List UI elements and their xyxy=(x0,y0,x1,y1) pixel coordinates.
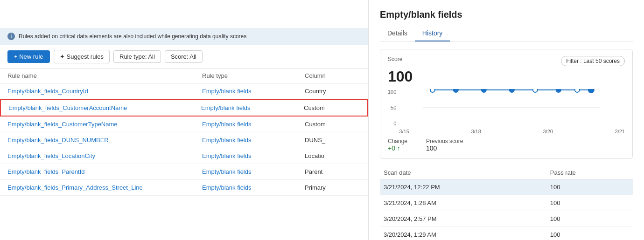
change-section: Change +0 ↑ xyxy=(388,138,407,152)
new-rule-button[interactable]: + New rule xyxy=(7,50,50,63)
svg-point-8 xyxy=(533,89,538,92)
rule-type-filter[interactable]: Rule type: All xyxy=(113,50,161,63)
rule-name-link[interactable]: Empty/blank_fields_CustomerTypeName xyxy=(7,121,202,128)
stats-row: Change +0 ↑ Previous score 100 xyxy=(388,138,625,152)
scan-date-cell: 3/20/2024, 1:29 AM xyxy=(380,227,546,240)
prev-score-section: Previous score 100 xyxy=(426,138,463,152)
rule-type-cell: Empty/blank fields xyxy=(201,104,304,111)
rule-type-cell: Empty/blank fields xyxy=(202,121,305,128)
rule-type-cell: Empty/blank fields xyxy=(202,88,305,95)
scan-date-header: Scan date xyxy=(380,166,546,179)
table-row[interactable]: Empty/blank_fields_CustomerAccountName E… xyxy=(0,99,368,117)
pass-rate-cell: 100 xyxy=(546,211,633,227)
filter-button[interactable]: Filter : Last 50 scores xyxy=(561,56,625,66)
svg-point-7 xyxy=(510,89,514,92)
column-cell: Custom xyxy=(305,121,361,128)
rule-name-link[interactable]: Empty/blank_fields_ParentId xyxy=(7,168,202,175)
svg-point-4 xyxy=(430,89,435,92)
rule-name-link[interactable]: Empty/blank_fields_DUNS_NUMBER xyxy=(7,137,202,144)
column-cell: Primary xyxy=(305,184,361,191)
rule-name-link[interactable]: Empty/blank_fields_Primary_Address_Stree… xyxy=(7,184,202,191)
rule-type-cell: Empty/blank fields xyxy=(202,168,305,175)
suggest-rules-button[interactable]: ✦ Suggest rules xyxy=(54,50,110,63)
x-label-318: 3/18 xyxy=(471,129,481,134)
scan-date-cell: 3/20/2024, 2:57 PM xyxy=(380,211,546,227)
rule-type-cell: Empty/blank fields xyxy=(202,152,305,159)
svg-point-9 xyxy=(556,89,561,92)
x-axis-labels: 3/15 3/18 3/20 3/21 xyxy=(399,129,625,134)
col-header-type: Rule type xyxy=(202,72,305,79)
table-row[interactable]: Empty/blank_fields_DUNS_NUMBER Empty/bla… xyxy=(0,132,368,148)
panel-title: Empty/blank fields xyxy=(380,9,633,20)
toolbar: + New rule ✦ Suggest rules Rule type: Al… xyxy=(0,45,368,69)
rule-type-cell: Empty/blank fields xyxy=(202,184,305,191)
prev-score-label: Previous score xyxy=(426,138,463,144)
suggest-label: Suggest rules xyxy=(67,53,104,60)
score-label: Score xyxy=(388,56,402,62)
history-table: Scan date Pass rate 3/21/2024, 12:22 PM … xyxy=(380,166,633,240)
y-label-0: 0 xyxy=(388,121,396,126)
rule-type-cell: Empty/blank fields xyxy=(202,137,305,144)
col-header-name: Rule name xyxy=(7,72,202,79)
history-row: 3/20/2024, 1:29 AM 100 xyxy=(380,227,633,240)
info-bar: i Rules added on critical data elements … xyxy=(0,28,368,45)
table-row[interactable]: Empty/blank_fields_CountryId Empty/blank… xyxy=(0,83,368,99)
table-body: Empty/blank_fields_CountryId Empty/blank… xyxy=(0,83,368,240)
rule-name-link[interactable]: Empty/blank_fields_CountryId xyxy=(7,88,202,95)
table-header: Rule name Rule type Column xyxy=(0,69,368,83)
chart-svg-container: 3/15 3/18 3/20 3/21 xyxy=(399,89,625,134)
line-chart xyxy=(399,89,625,126)
column-cell: DUNS_ xyxy=(305,137,361,144)
right-panel: Empty/blank fields DetailsHistory Score … xyxy=(369,0,644,240)
sparkle-icon: ✦ xyxy=(60,53,65,60)
chart-area: 100 50 0 xyxy=(388,89,625,134)
svg-point-6 xyxy=(482,89,486,92)
chart-container: Score Filter : Last 50 scores 100 100 50… xyxy=(380,49,633,159)
rule-name-link[interactable]: Empty/blank_fields_CustomerAccountName xyxy=(8,104,201,111)
svg-point-11 xyxy=(588,89,594,93)
pass-rate-cell: 100 xyxy=(546,179,633,195)
info-text: Rules added on critical data elements ar… xyxy=(19,33,246,40)
col-header-column: Column xyxy=(305,72,361,79)
history-row: 3/21/2024, 1:28 AM 100 xyxy=(380,195,633,211)
svg-point-10 xyxy=(575,89,580,92)
change-label: Change xyxy=(388,138,407,144)
history-row: 3/20/2024, 2:57 PM 100 xyxy=(380,211,633,227)
x-label-321: 3/21 xyxy=(615,129,625,134)
column-cell: Custom xyxy=(304,104,360,111)
info-icon: i xyxy=(7,33,15,40)
history-row: 3/21/2024, 12:22 PM 100 xyxy=(380,179,633,195)
table-row[interactable]: Empty/blank_fields_ParentId Empty/blank … xyxy=(0,164,368,180)
tabs: DetailsHistory xyxy=(380,26,633,41)
column-cell: Locatio xyxy=(305,152,361,159)
svg-point-5 xyxy=(454,89,458,92)
score-filter-row: Score Filter : Last 50 scores xyxy=(388,56,625,66)
scan-date-cell: 3/21/2024, 12:22 PM xyxy=(380,179,546,195)
pass-rate-header: Pass rate xyxy=(546,166,633,179)
pass-rate-cell: 100 xyxy=(546,227,633,240)
pass-rate-cell: 100 xyxy=(546,195,633,211)
score-value: 100 xyxy=(388,68,625,85)
y-label-100: 100 xyxy=(388,89,396,95)
column-cell: Country xyxy=(305,88,361,95)
column-cell: Parent xyxy=(305,168,361,175)
score-filter[interactable]: Score: All xyxy=(165,50,203,63)
table-row[interactable]: Empty/blank_fields_CustomerTypeName Empt… xyxy=(0,117,368,132)
rule-name-link[interactable]: Empty/blank_fields_LocationCity xyxy=(7,152,202,159)
x-label-315: 3/15 xyxy=(399,129,409,134)
table-row[interactable]: Empty/blank_fields_Primary_Address_Stree… xyxy=(0,180,368,196)
tab-details[interactable]: Details xyxy=(380,26,415,41)
table-row[interactable]: Empty/blank_fields_LocationCity Empty/bl… xyxy=(0,148,368,164)
left-panel: i Rules added on critical data elements … xyxy=(0,0,369,240)
y-label-50: 50 xyxy=(388,105,396,110)
x-label-320: 3/20 xyxy=(543,129,553,134)
scan-date-cell: 3/21/2024, 1:28 AM xyxy=(380,195,546,211)
tab-history[interactable]: History xyxy=(415,26,450,41)
prev-score-value: 100 xyxy=(426,144,463,152)
change-value: +0 ↑ xyxy=(388,144,407,152)
